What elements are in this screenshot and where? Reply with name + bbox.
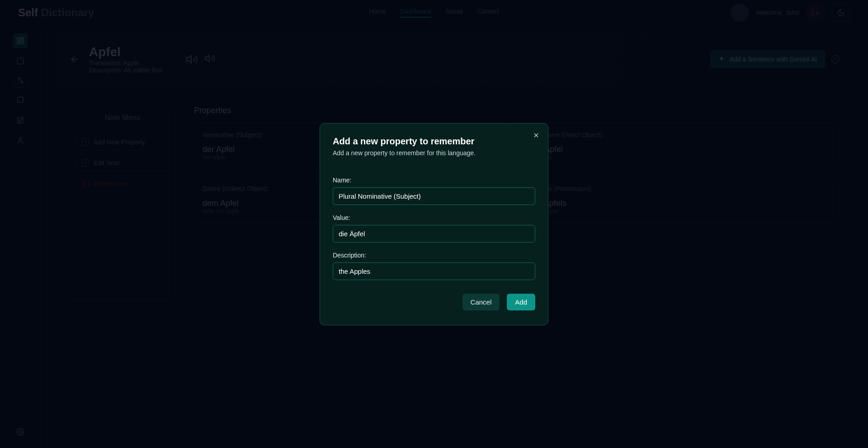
add-button[interactable]: Add	[507, 294, 535, 310]
value-label: Value:	[333, 214, 535, 221]
name-input[interactable]	[333, 187, 535, 205]
close-icon	[533, 132, 540, 139]
modal-overlay[interactable]: Add a new property to remember Add a new…	[0, 0, 868, 448]
description-input[interactable]	[333, 262, 535, 280]
cancel-button[interactable]: Cancel	[462, 294, 500, 310]
description-label: Description:	[333, 252, 535, 259]
modal-subtitle: Add a new property to remember for this …	[333, 149, 535, 157]
add-property-modal: Add a new property to remember Add a new…	[320, 123, 548, 325]
name-label: Name:	[333, 176, 535, 184]
value-input[interactable]	[333, 225, 535, 243]
modal-close-button[interactable]	[533, 132, 540, 139]
modal-actions: Cancel Add	[333, 294, 535, 310]
modal-title: Add a new property to remember	[333, 136, 535, 147]
